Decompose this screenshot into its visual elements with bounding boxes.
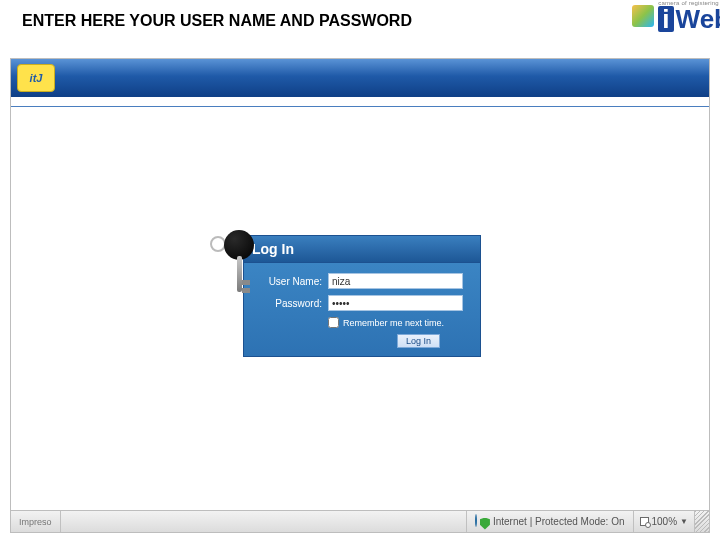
browser-window: itJ Log In User Name: Password: [10, 58, 710, 533]
password-row: Password: [254, 295, 470, 311]
zoom-icon [640, 517, 649, 526]
security-zone-cell[interactable]: Internet | Protected Mode: On [467, 515, 633, 529]
remember-label: Remember me next time. [343, 318, 444, 328]
username-row: User Name: [254, 273, 470, 289]
brand-text-block: camera of registering iWeb [658, 0, 720, 32]
remember-checkbox[interactable] [328, 317, 339, 328]
status-separator [60, 511, 61, 532]
username-label: User Name: [254, 276, 322, 287]
login-panel: Log In User Name: Password: Remember me … [243, 235, 481, 357]
page-instruction: ENTER HERE YOUR USER NAME AND PASSWORD [22, 12, 412, 30]
key-icon [214, 230, 260, 310]
password-label: Password: [254, 298, 322, 309]
brand-block: camera of registering iWeb [632, 0, 720, 32]
resize-grip[interactable] [695, 511, 709, 532]
zoom-text: 100% [652, 516, 678, 527]
brand-prefix: i [658, 6, 673, 32]
brand-name-text: Web [676, 6, 720, 32]
password-input[interactable] [328, 295, 463, 311]
username-input[interactable] [328, 273, 463, 289]
brand-icon [632, 5, 654, 27]
header-band: itJ [11, 59, 709, 97]
status-left-text: Impreso [11, 517, 60, 527]
status-bar: Impreso Internet | Protected Mode: On 10… [11, 510, 709, 532]
security-zone-text: Internet | Protected Mode: On [493, 516, 625, 527]
login-button-wrap: Log In [254, 334, 470, 348]
login-body: User Name: Password: Remember me next ti… [244, 263, 480, 356]
content-area: Log In User Name: Password: Remember me … [11, 107, 709, 510]
header-sub-band [11, 97, 709, 107]
app-logo: itJ [17, 64, 55, 92]
zoom-cell[interactable]: 100% ▼ [634, 516, 695, 527]
internet-zone-icon [475, 515, 489, 529]
login-title: Log In [244, 236, 480, 263]
chevron-down-icon: ▼ [680, 517, 688, 526]
login-button[interactable]: Log In [397, 334, 440, 348]
brand-name: iWeb [658, 6, 720, 32]
remember-row: Remember me next time. [328, 317, 470, 328]
